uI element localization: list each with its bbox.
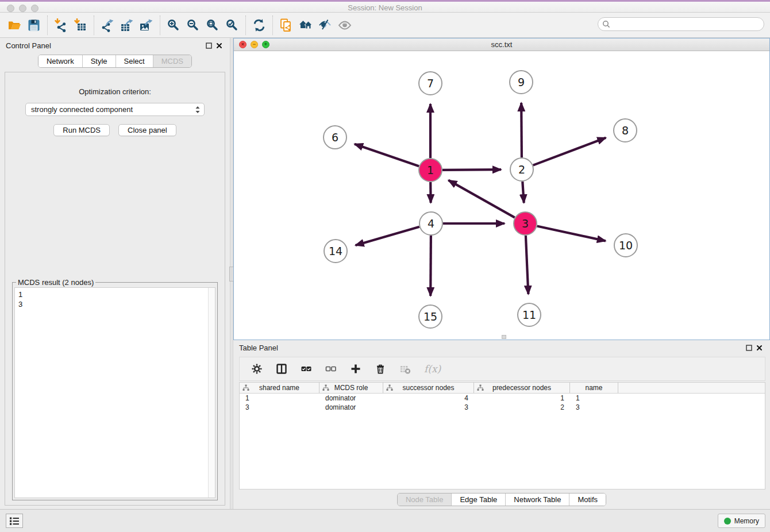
edge-2-3[interactable] [522, 182, 523, 203]
zoom-in-icon[interactable] [164, 16, 183, 35]
export-network-icon[interactable] [98, 16, 117, 35]
window-title: Session: New Session [0, 3, 770, 12]
network-minimize-icon[interactable]: − [251, 41, 258, 48]
column-header-shared-name[interactable]: shared name [240, 383, 319, 393]
node-9[interactable]: 9 [510, 71, 533, 94]
optimization-criterion-label: Optimization criterion: [9, 87, 221, 96]
run-mcds-button[interactable]: Run MCDS [53, 124, 110, 136]
cell-predecessor-nodes[interactable]: 2 [474, 403, 570, 412]
table-row-2[interactable]: 3dominator323 [240, 403, 765, 412]
memory-label: Memory [734, 517, 759, 525]
select-all-icon[interactable] [301, 363, 312, 375]
show-all-icon[interactable] [335, 16, 355, 35]
import-table-icon[interactable] [71, 16, 90, 35]
show-panels-button[interactable] [6, 514, 23, 528]
column-header-name[interactable]: name [570, 383, 618, 393]
network-canvas[interactable]: 7968124314101511 [234, 51, 769, 340]
memory-button[interactable]: Memory [718, 514, 765, 528]
hide-selected-icon[interactable] [315, 16, 335, 35]
column-header-mcds-role[interactable]: MCDS role [319, 383, 383, 393]
refresh-layout-icon[interactable] [249, 16, 269, 35]
node-2[interactable]: 2 [510, 158, 533, 181]
toolbar-separator [272, 16, 273, 35]
tab-network[interactable]: Network [38, 55, 82, 67]
cell-shared-name[interactable]: 1 [240, 394, 319, 403]
save-session-icon[interactable] [24, 16, 44, 35]
node-4[interactable]: 4 [419, 212, 442, 235]
cell-mcds-role[interactable]: dominator [319, 403, 383, 412]
node-3[interactable]: 3 [514, 212, 537, 235]
tab-motifs[interactable]: Motifs [569, 494, 606, 506]
cell-mcds-role[interactable]: dominator [319, 394, 383, 403]
zoom-out-icon[interactable] [183, 16, 203, 35]
zoom-selected-icon[interactable] [222, 16, 242, 35]
edge-2-8[interactable] [533, 138, 606, 165]
edge-1-2[interactable] [442, 169, 501, 170]
table-panel-title: Table Panel [239, 344, 278, 352]
table-toolbar: f(x) [239, 357, 765, 381]
export-image-icon[interactable] [137, 16, 156, 35]
cell-successor-nodes[interactable]: 3 [383, 403, 474, 412]
criterion-dropdown[interactable]: strongly connected component [25, 103, 205, 116]
table-settings-icon[interactable] [251, 363, 263, 375]
network-maximize-icon[interactable]: + [262, 41, 270, 48]
float-panel-icon[interactable] [203, 41, 214, 51]
tab-mcds[interactable]: MCDS [153, 55, 191, 67]
svg-text:11: 11 [522, 309, 536, 321]
tab-network-table[interactable]: Network Table [505, 494, 569, 506]
edge-4-15[interactable] [430, 236, 431, 296]
tab-node-table[interactable]: Node Table [398, 494, 452, 506]
close-table-panel-icon[interactable] [754, 343, 764, 353]
table-row-1[interactable]: 1dominator411 [240, 394, 765, 403]
node-11[interactable]: 11 [518, 303, 541, 326]
search-input[interactable] [611, 18, 764, 30]
network-window-title: scc.txt [234, 40, 769, 49]
node-8[interactable]: 8 [614, 119, 637, 142]
clone-network-icon[interactable] [276, 16, 296, 35]
cell-predecessor-nodes[interactable]: 1 [474, 394, 570, 403]
edge-4-14[interactable] [356, 227, 419, 245]
node-15[interactable]: 15 [419, 305, 442, 328]
delete-column-icon[interactable] [375, 363, 386, 375]
go-home-icon[interactable] [296, 16, 315, 35]
cell-name[interactable]: 1 [570, 394, 618, 403]
node-1[interactable]: 1 [419, 159, 442, 182]
node-10[interactable]: 10 [614, 234, 637, 257]
deselect-all-icon[interactable] [325, 363, 337, 375]
node-7[interactable]: 7 [419, 72, 442, 95]
tab-style[interactable]: Style [82, 55, 116, 67]
edge-3-1[interactable] [448, 180, 514, 218]
network-close-icon[interactable]: × [239, 41, 247, 48]
column-header-successor-nodes[interactable]: successor nodes [383, 383, 474, 393]
edge-3-10[interactable] [537, 226, 606, 241]
edge-3-11[interactable] [526, 236, 529, 294]
cell-name[interactable]: 3 [570, 403, 618, 412]
column-header-predecessor-nodes[interactable]: predecessor nodes [474, 383, 570, 393]
add-column-icon[interactable] [350, 363, 361, 375]
float-table-panel-icon[interactable] [744, 343, 754, 353]
list-icon [9, 516, 20, 526]
tab-edge-table[interactable]: Edge Table [451, 494, 505, 506]
function-builder-icon: f(x) [424, 363, 441, 375]
mcds-result-text[interactable]: 1 3 [15, 288, 208, 498]
import-network-icon[interactable] [51, 16, 71, 35]
close-panel-button[interactable]: Close panel [118, 124, 176, 136]
zoom-fit-icon[interactable] [203, 16, 222, 35]
node-14[interactable]: 14 [324, 240, 347, 263]
node-6[interactable]: 6 [324, 126, 346, 149]
close-panel-icon[interactable] [214, 41, 224, 51]
cell-shared-name[interactable]: 3 [240, 403, 319, 412]
network-window-titlebar[interactable]: × − + scc.txt [234, 38, 769, 51]
export-table-icon[interactable] [117, 16, 137, 35]
svg-text:10: 10 [619, 239, 633, 252]
column-visibility-icon[interactable] [276, 363, 287, 375]
cell-successor-nodes[interactable]: 4 [383, 394, 474, 403]
result-scrollbar[interactable] [208, 288, 215, 498]
search-box[interactable] [598, 17, 764, 31]
edge-2-9[interactable] [521, 103, 522, 157]
edge-1-6[interactable] [355, 144, 419, 167]
tab-select[interactable]: Select [116, 55, 153, 67]
memory-status-dot [724, 518, 731, 525]
open-session-icon[interactable] [5, 16, 24, 35]
network-resize-grip[interactable] [502, 335, 506, 339]
